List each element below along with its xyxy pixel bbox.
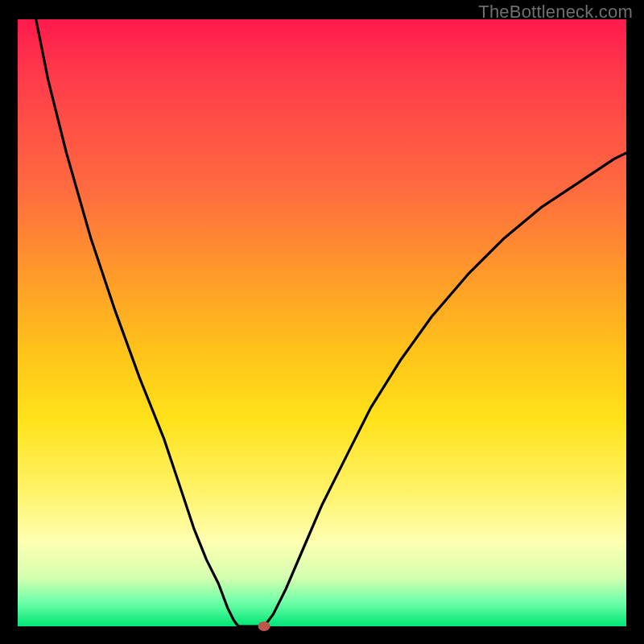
chart-stage: TheBottleneck.com [0,0,644,644]
bottleneck-curve [18,19,626,626]
optimal-point-marker [258,621,270,631]
plot-area [18,19,626,626]
